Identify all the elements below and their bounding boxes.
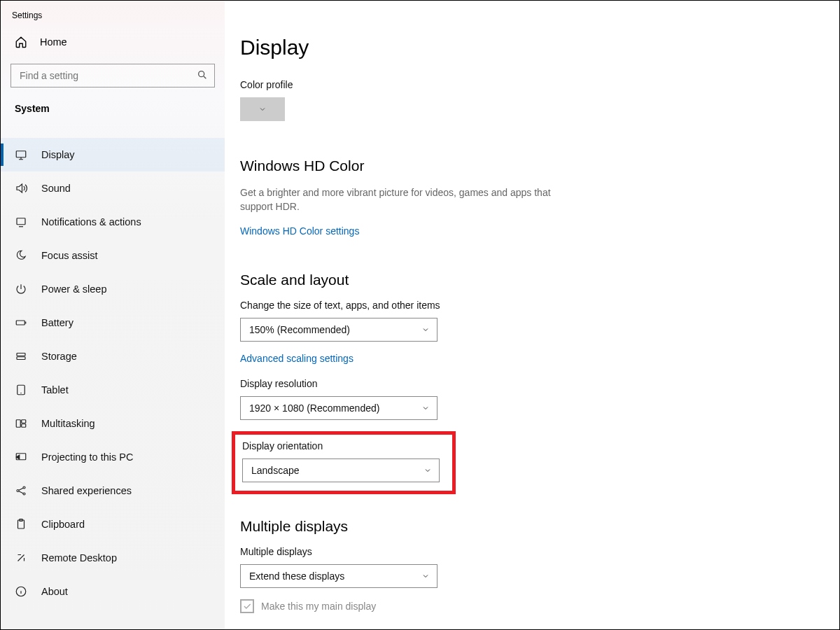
home-label: Home	[40, 36, 67, 48]
main-display-checkbox[interactable]	[240, 599, 254, 613]
search-container	[10, 64, 215, 88]
multitasking-icon	[15, 417, 27, 430]
sidebar-item-label: Shared experiences	[41, 485, 132, 496]
svg-rect-1	[16, 151, 26, 158]
power-icon	[15, 283, 27, 295]
sidebar-item-about[interactable]: About	[1, 575, 225, 608]
multiple-label: Multiple displays	[240, 546, 797, 557]
sound-icon	[15, 182, 27, 195]
hd-color-link[interactable]: Windows HD Color settings	[240, 225, 359, 237]
advanced-scaling-link[interactable]: Advanced scaling settings	[240, 353, 354, 364]
notifications-icon	[15, 216, 27, 228]
home-nav[interactable]: Home	[1, 27, 225, 57]
sidebar-item-multitasking[interactable]: Multitasking	[1, 407, 225, 440]
svg-point-12	[23, 486, 25, 489]
check-icon	[242, 601, 252, 611]
chevron-down-icon	[424, 466, 432, 475]
main-content: Display Color profile Windows HD Color G…	[225, 1, 839, 629]
sidebar-item-label: Storage	[41, 351, 77, 362]
focus-icon	[15, 249, 27, 262]
scale-title: Scale and layout	[240, 272, 797, 288]
text-size-label: Change the size of text, apps, and other…	[240, 300, 797, 311]
chevron-down-icon	[421, 326, 430, 334]
sidebar-item-remote[interactable]: Remote Desktop	[1, 541, 225, 575]
tablet-icon	[15, 384, 27, 396]
hd-color-title: Windows HD Color	[240, 158, 797, 174]
shared-icon	[15, 484, 27, 497]
svg-rect-9	[22, 424, 26, 428]
color-profile-label: Color profile	[240, 79, 797, 90]
sidebar-item-label: Multitasking	[41, 418, 95, 429]
search-input[interactable]	[10, 64, 215, 88]
sidebar-item-label: Clipboard	[41, 519, 85, 530]
sidebar-item-tablet[interactable]: Tablet	[1, 373, 225, 407]
storage-icon	[15, 350, 27, 363]
orientation-highlight: Display orientation Landscape	[232, 431, 456, 494]
sidebar-item-label: About	[41, 586, 68, 597]
chevron-down-icon	[421, 572, 430, 580]
main-display-checkbox-row: Make this my main display	[240, 599, 797, 613]
sidebar-item-display[interactable]: Display	[1, 138, 225, 172]
orientation-dropdown[interactable]: Landscape	[242, 458, 440, 482]
sidebar-section: System	[1, 93, 225, 122]
search-icon	[197, 69, 208, 80]
main-display-label: Make this my main display	[261, 601, 376, 612]
sidebar-item-label: Power & sleep	[41, 284, 107, 295]
sidebar-item-projecting[interactable]: Projecting to this PC	[1, 440, 225, 474]
sidebar-item-label: Focus assist	[41, 250, 98, 261]
nav-list: DisplaySoundNotifications & actionsFocus…	[1, 138, 225, 608]
sidebar-item-clipboard[interactable]: Clipboard	[1, 507, 225, 541]
sidebar-item-storage[interactable]: Storage	[1, 340, 225, 373]
multiple-dropdown[interactable]: Extend these displays	[240, 564, 438, 588]
svg-rect-5	[17, 357, 25, 360]
svg-rect-2	[17, 218, 25, 225]
about-icon	[15, 585, 27, 598]
clipboard-icon	[15, 518, 27, 531]
resolution-value: 1920 × 1080 (Recommended)	[249, 402, 379, 414]
page-title: Display	[240, 36, 797, 59]
text-size-value: 150% (Recommended)	[249, 324, 350, 335]
orientation-label: Display orientation	[242, 440, 445, 451]
sidebar-item-label: Display	[41, 149, 75, 160]
window-title: Settings	[1, 6, 225, 27]
sidebar-item-shared[interactable]: Shared experiences	[1, 474, 225, 507]
remote-icon	[15, 552, 27, 564]
sidebar-item-power[interactable]: Power & sleep	[1, 272, 225, 306]
battery-icon	[15, 316, 27, 329]
hd-color-desc: Get a brighter and more vibrant picture …	[240, 186, 562, 214]
sidebar-item-label: Tablet	[41, 384, 69, 396]
chevron-down-icon	[258, 105, 267, 113]
resolution-dropdown[interactable]: 1920 × 1080 (Recommended)	[240, 396, 438, 420]
sidebar-item-sound[interactable]: Sound	[1, 172, 225, 205]
sidebar-item-battery[interactable]: Battery	[1, 306, 225, 340]
sidebar-item-label: Notifications & actions	[41, 216, 141, 227]
svg-point-13	[23, 493, 25, 495]
sidebar-item-label: Sound	[41, 183, 71, 194]
sidebar-item-focus[interactable]: Focus assist	[1, 239, 225, 272]
display-icon	[15, 148, 27, 161]
svg-point-11	[17, 490, 19, 492]
svg-rect-3	[16, 321, 24, 325]
home-icon	[15, 36, 27, 48]
svg-point-0	[199, 71, 204, 77]
text-size-dropdown[interactable]: 150% (Recommended)	[240, 318, 438, 342]
sidebar-item-notifications[interactable]: Notifications & actions	[1, 205, 225, 239]
multiple-title: Multiple displays	[240, 518, 797, 535]
sidebar-item-label: Battery	[41, 317, 74, 328]
orientation-value: Landscape	[251, 465, 300, 476]
sidebar: Settings Home System DisplaySoundNotific…	[1, 1, 225, 629]
color-profile-dropdown[interactable]	[240, 97, 285, 121]
chevron-down-icon	[421, 404, 430, 412]
sidebar-item-label: Remote Desktop	[41, 552, 117, 564]
svg-rect-7	[16, 420, 20, 428]
svg-rect-4	[17, 354, 25, 356]
svg-rect-8	[22, 420, 26, 424]
multiple-value: Extend these displays	[249, 570, 344, 582]
resolution-label: Display resolution	[240, 378, 797, 389]
sidebar-item-label: Projecting to this PC	[41, 451, 133, 463]
projecting-icon	[15, 451, 27, 463]
